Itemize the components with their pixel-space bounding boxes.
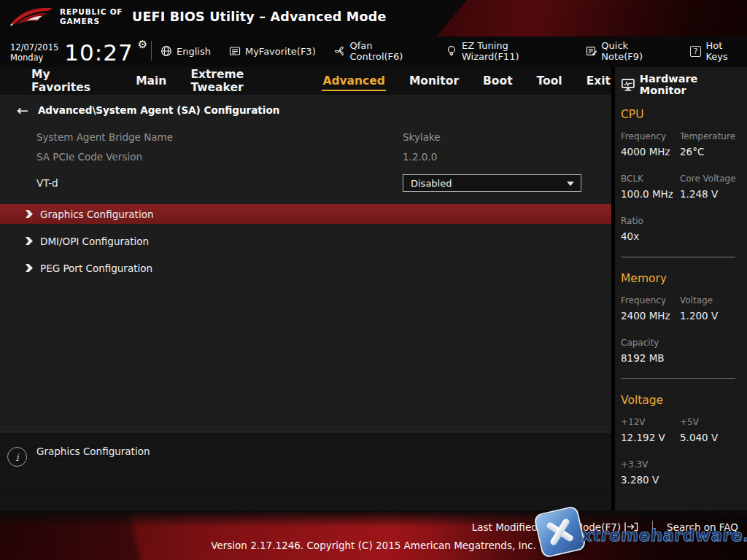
favorites-icon [229,45,241,57]
submenu-peg-port-configuration[interactable]: PEG Port Configuration [0,258,611,278]
memory-section-title: Memory [621,272,747,285]
help-text: Graphics Configuration [36,446,150,457]
reading-bclk: BCLK 100.0 MHz [621,174,680,200]
submenu-label: PEG Port Configuration [40,262,152,274]
reading-cpu-frequency: Frequency 4000 MHz [621,131,680,158]
myfavorite-button[interactable]: MyFavorite(F3) [229,45,316,57]
section-divider [621,257,735,257]
hot-keys-label: Hot Keys [705,40,747,62]
cpu-section-title: CPU [621,108,747,121]
fan-icon [334,45,346,57]
voltage-section-title: Voltage [621,394,747,407]
info-row-pcie-code: SA PCIe Code Version 1.2.0.0 [0,147,611,166]
breadcrumb: ← Advanced\System Agent (SA) Configurati… [0,95,611,116]
tab-exit[interactable]: Exit [586,70,611,92]
menu-tab-bar: My Favorites Main Extreme Tweaker Advanc… [0,67,611,95]
chevron-down-icon [567,182,574,186]
reading-ratio: Ratio 40x [621,216,680,242]
vtd-label: VT-d [36,177,403,189]
clock: 12/07/2015 Monday 10:27 ⚙ [10,39,147,66]
globe-icon [160,45,172,57]
tab-advanced[interactable]: Advanced [322,70,386,92]
tab-boot[interactable]: Boot [482,70,514,92]
settings-panel: ← Advanced\System Agent (SA) Configurati… [0,95,611,432]
vtd-dropdown-value: Disabled [411,178,452,189]
rog-brand-text: REPUBLIC OF GAMERS [60,7,123,26]
page-title: UEFI BIOS Utility – Advanced Mode [132,9,386,24]
question-icon: ? [690,46,702,57]
tab-extreme-tweaker[interactable]: Extreme Tweaker [190,63,299,98]
submenu-label: DMI/OPI Configuration [40,236,149,247]
day-label: Monday [10,52,58,63]
help-strip: i Graphics Configuration [0,432,611,510]
reading-12v: +12V 12.192 V [621,417,680,443]
last-modified-button[interactable]: Last Modified [472,521,538,533]
info-row-bridge-name: System Agent Bridge Name Skylake [0,127,611,147]
rog-logo-icon [9,2,54,31]
hardware-monitor-title: Hardware Monitor [640,73,747,96]
info-value: Skylake [403,131,441,143]
reading-core-voltage: Core Voltage 1.248 V [680,174,747,200]
clock-settings-gear-icon[interactable]: ⚙ [138,38,147,51]
hardware-monitor-panel: Hardware Monitor CPU Frequency 4000 MHz … [615,67,747,510]
watermark-text: xtremehardware.com [581,526,747,545]
reading-memory-voltage: Voltage 1.200 V [680,295,747,322]
reading-cpu-temperature: Temperature 26°C [680,131,747,158]
myfavorite-label: MyFavorite(F3) [245,46,316,57]
reading-5v: +5V 5.040 V [680,417,747,443]
tab-main[interactable]: Main [135,70,167,92]
uefi-bios-screen: REPUBLIC OF GAMERS UEFI BIOS Utility – A… [0,0,747,560]
language-button[interactable]: English [160,45,211,57]
tab-tool[interactable]: Tool [536,70,563,92]
info-label: SA PCIe Code Version [36,151,403,163]
monitor-icon [621,78,635,92]
hardware-monitor-header: Hardware Monitor [621,73,747,96]
info-value: 1.2.0.0 [403,151,437,163]
submenu-label: Graphics Configuration [40,209,153,220]
arrow-right-icon [26,264,33,272]
vtd-dropdown[interactable]: Disabled [403,174,581,192]
top-banner: REPUBLIC OF GAMERS UEFI BIOS Utility – A… [0,0,747,67]
note-icon [586,45,597,57]
section-divider [621,378,735,379]
arrow-right-icon [26,237,33,245]
ez-tuning-wizard-button[interactable]: EZ Tuning Wizard(F11) [446,40,567,62]
reading-memory-capacity: Capacity 8192 MB [621,338,680,364]
date-label: 12/07/2015 [10,42,58,52]
arrow-right-icon [26,210,33,218]
cpu-readings: Frequency 4000 MHz Temperature 26°C BCLK… [621,131,747,242]
info-icon: i [7,447,27,467]
toolbar: English MyFavorite(F3) Qfan Control(F6) [160,35,747,67]
submenu-list: Graphics Configuration DMI/OPI Configura… [0,204,611,278]
time-label: 10:27 [64,39,133,66]
memory-readings: Frequency 2400 MHz Voltage 1.200 V Capac… [621,295,747,364]
tab-monitor[interactable]: Monitor [409,70,460,92]
reading-memory-frequency: Frequency 2400 MHz [621,295,680,322]
quick-note-button[interactable]: Quick Note(F9) [586,40,672,62]
voltage-readings: +12V 12.192 V +5V 5.040 V +3.3V 3.280 V [621,417,747,486]
submenu-dmi-opi-configuration[interactable]: DMI/OPI Configuration [0,231,611,251]
readonly-info-rows: System Agent Bridge Name Skylake SA PCIe… [0,127,611,166]
lightbulb-icon [446,45,457,57]
ez-tuning-label: EZ Tuning Wizard(F11) [462,40,568,62]
back-arrow-icon[interactable]: ← [17,105,28,115]
language-label: English [177,46,211,57]
rog-brand: REPUBLIC OF GAMERS [9,2,123,31]
quick-note-label: Quick Note(F9) [601,40,671,62]
vtd-setting-row: VT-d Disabled [0,174,611,192]
info-label: System Agent Bridge Name [36,131,403,143]
toolbar-divider [151,41,152,61]
tab-my-favorites[interactable]: My Favorites [31,63,112,98]
qfan-label: Qfan Control(F6) [350,40,428,62]
breadcrumb-path: Advanced\System Agent (SA) Configuration [38,104,279,116]
qfan-control-button[interactable]: Qfan Control(F6) [334,40,427,62]
submenu-graphics-configuration[interactable]: Graphics Configuration [0,204,611,224]
reading-3v3: +3.3V 3.280 V [621,459,680,486]
hot-keys-button[interactable]: ? Hot Keys [690,40,747,62]
